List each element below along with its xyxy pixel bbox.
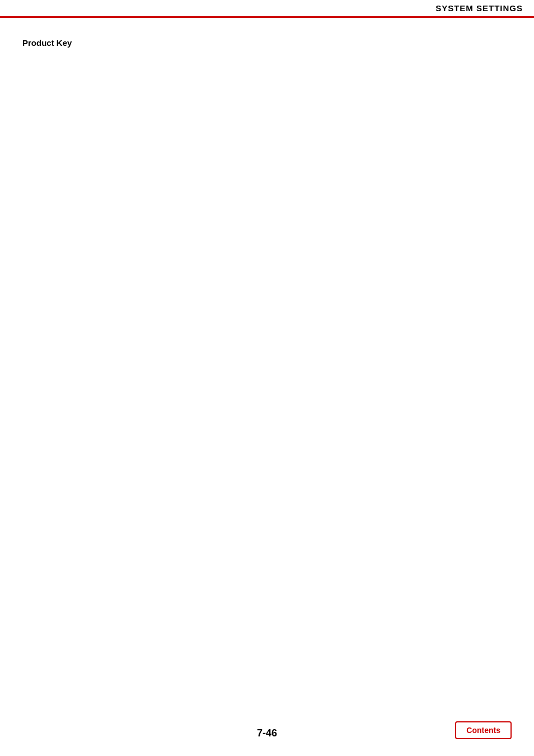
footer: 7-46 Contents bbox=[0, 721, 534, 739]
page-number: 7-46 bbox=[185, 727, 348, 739]
contents-button[interactable]: Contents bbox=[455, 721, 512, 739]
header: SYSTEM SETTINGS bbox=[0, 0, 534, 18]
header-title: SYSTEM SETTINGS bbox=[435, 3, 523, 13]
section-title-product-key: Product Key bbox=[22, 38, 512, 48]
